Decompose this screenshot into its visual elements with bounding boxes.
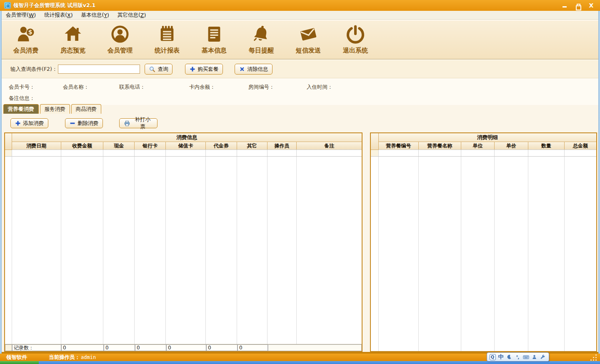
ime-chinese-mode-icon[interactable]: 中	[497, 353, 505, 361]
ime-logo-icon[interactable]: Q	[488, 353, 497, 361]
app-logo-icon	[4, 2, 11, 9]
remark-label: 备注信息：	[9, 95, 35, 102]
main-toolbar: $ 会员消费 房态预览 会员管理	[2, 20, 598, 60]
row-selector-header	[371, 133, 379, 150]
column-header: 单位	[461, 142, 495, 150]
consume-detail-grid-body[interactable]	[371, 157, 596, 351]
consume-info-column-header: 消费日期 收费金额 现金 银行卡 储值卡 代金券 其它 操作员 备注	[12, 142, 362, 150]
column-header: 代金券	[206, 142, 237, 150]
reprint-receipt-button[interactable]: 补打小票	[119, 118, 158, 128]
search-bar: 输入查询条件(F2)： 查询 购买套餐 清除信息	[2, 60, 598, 78]
start-button[interactable]	[0, 361, 39, 364]
record-count-value: 0	[238, 344, 268, 351]
consume-info-table: 消费信息 消费日期 收费金额 现金 银行卡 储值卡 代金券 其它 操作员 备注	[4, 132, 362, 352]
menu-other-info[interactable]: 其它信息(Z)	[113, 11, 150, 19]
column-header: 收费金额	[61, 142, 104, 150]
member-info-panel: 会员卡号： 会员名称： 联系电话： 卡内余额： 房间编号： 入住时间： 备注信息…	[2, 78, 598, 105]
column-header: 单价	[495, 142, 528, 150]
svg-text:$: $	[28, 29, 32, 35]
ime-full-half-width-icon[interactable]	[505, 353, 513, 361]
column-header: 总金额	[565, 142, 596, 150]
empty-data-row	[371, 150, 596, 157]
row-selector-header	[5, 133, 12, 150]
close-button[interactable]: X	[588, 2, 594, 8]
column-header: 现金	[103, 142, 135, 150]
toolbar-room-status[interactable]: 房态预览	[52, 25, 94, 55]
window-border-left	[0, 11, 2, 354]
column-header: 其它	[237, 142, 268, 150]
minimize-button[interactable]	[562, 2, 568, 8]
app-window: 领智月子会所管理系统 试用版v2.1 X 会员管理(W) 统计报表(X) 基本信…	[0, 0, 600, 364]
title-bar: 领智月子会所管理系统 试用版v2.1 X	[0, 0, 600, 11]
member-name-label: 会员名称：	[63, 84, 89, 91]
column-header: 储值卡	[166, 142, 206, 150]
query-button[interactable]: 查询	[145, 64, 172, 75]
search-label: 输入查询条件(F2)：	[10, 66, 57, 73]
toolbar-daily-reminder[interactable]: 每日提醒	[240, 25, 282, 55]
record-count-value: 0	[135, 344, 166, 351]
member-consume-icon: $	[16, 25, 35, 44]
basic-info-icon	[205, 25, 224, 44]
toolbar-member-consume[interactable]: $ 会员消费	[5, 25, 47, 55]
record-count-value: 0	[61, 344, 104, 351]
consume-detail-group-header: 消费明细	[379, 133, 596, 142]
menu-bar: 会员管理(W) 统计报表(X) 基本信息(Y) 其它信息(Z)	[2, 11, 598, 20]
daily-reminder-icon	[252, 25, 271, 44]
add-consume-button[interactable]: 添加消费	[10, 118, 48, 128]
printer-icon	[124, 120, 130, 127]
member-card-label: 会员卡号：	[9, 84, 35, 91]
windows-taskbar[interactable]	[0, 361, 600, 364]
query-input[interactable]	[58, 65, 140, 74]
phone-label: 联系电话：	[119, 84, 145, 91]
column-header: 银行卡	[135, 142, 166, 150]
brand-label: 领智软件	[6, 354, 27, 361]
consume-info-grid-body[interactable]	[5, 157, 362, 344]
empty-data-row	[5, 150, 362, 157]
record-count-footer: 记录数： 0 0 0 0 0 0	[5, 344, 362, 351]
menu-statistics-report[interactable]: 统计报表(X)	[40, 11, 77, 19]
ime-language-bar: Q 中 °,	[487, 352, 549, 362]
ime-skin-icon[interactable]	[530, 353, 538, 361]
consume-info-group-header: 消费信息	[12, 133, 362, 142]
toolbar-exit-system[interactable]: 退出系统	[335, 25, 376, 55]
tab-service-consume[interactable]: 服务消费	[40, 104, 70, 114]
operator-label: 当前操作员：	[49, 354, 80, 361]
tab-goods-consume[interactable]: 商品消费	[71, 104, 101, 114]
delete-consume-button[interactable]: 删除消费	[65, 118, 103, 128]
column-header: 营养餐编号	[379, 142, 419, 150]
consume-detail-table: 消费明细 营养餐编号 营养餐名称 单位 单价 数量 总金额	[370, 132, 597, 352]
sms-send-icon	[299, 25, 318, 44]
clear-x-icon	[239, 66, 245, 72]
clear-info-button[interactable]: 清除信息	[235, 64, 272, 75]
column-header: 消费日期	[12, 142, 61, 150]
plus-icon	[15, 120, 21, 126]
column-header: 营养餐名称	[419, 142, 461, 150]
restore-button[interactable]	[575, 2, 581, 8]
column-header: 数量	[528, 142, 565, 150]
ime-settings-wrench-icon[interactable]	[538, 353, 547, 361]
checkin-time-label: 入住时间：	[307, 84, 333, 91]
consume-tabs: 营养餐消费 服务消费 商品消费	[3, 105, 102, 114]
exit-system-icon	[346, 25, 365, 44]
search-icon	[149, 66, 155, 72]
toolbar-basic-info[interactable]: 基本信息	[193, 25, 235, 55]
room-status-icon	[63, 25, 82, 44]
toolbar-statistics-report[interactable]: 统计报表	[146, 25, 188, 55]
operator-value: admin	[81, 354, 96, 360]
window-border-right	[598, 11, 600, 354]
resize-grip[interactable]	[589, 354, 598, 361]
menu-basic-info[interactable]: 基本信息(Y)	[77, 11, 113, 19]
card-balance-label: 卡内余额：	[189, 84, 215, 91]
toolbar-member-manage[interactable]: 会员管理	[99, 25, 141, 55]
tab-nutrition-meal-consume[interactable]: 营养餐消费	[3, 104, 39, 114]
buy-package-button[interactable]: 购买套餐	[185, 64, 223, 75]
toolbar-sms-send[interactable]: 短信发送	[288, 25, 329, 55]
ime-soft-keyboard-icon[interactable]	[522, 353, 530, 361]
record-count-value: 0	[206, 344, 238, 351]
action-row: 添加消费 删除消费 补打小票	[2, 114, 598, 132]
menu-member-management[interactable]: 会员管理(W)	[2, 11, 40, 19]
column-header: 操作员	[268, 142, 297, 150]
record-count-value: 0	[104, 344, 135, 351]
plus-icon	[190, 66, 195, 72]
ime-punctuation-icon[interactable]: °,	[513, 353, 522, 361]
